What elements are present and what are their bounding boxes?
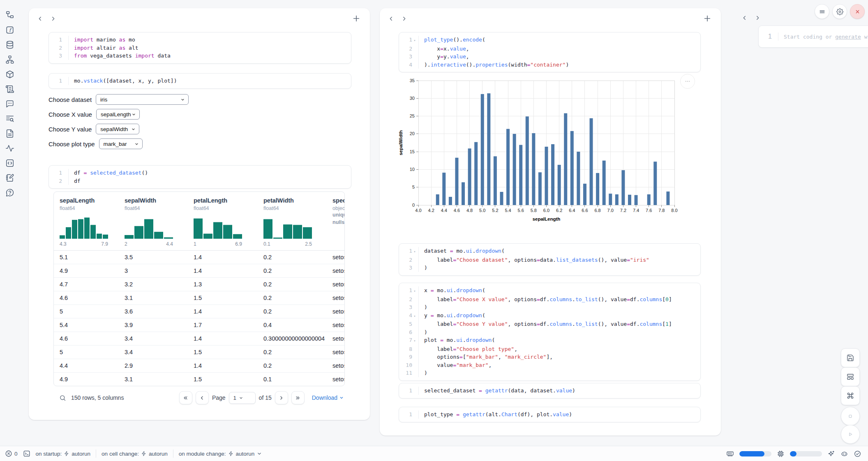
table-row[interactable]: 53.41.50.2setosa xyxy=(54,346,345,359)
code-line: 4▾y = mo.ui.dropdown( xyxy=(399,311,700,320)
table-row[interactable]: 4.93.11.50.1setosa xyxy=(54,373,345,386)
lightning-bolt-icon xyxy=(228,451,234,456)
scratchpad-cell-input[interactable]: 1 Start coding or generate with AI xyxy=(758,25,868,48)
fold-caret-icon[interactable]: ▾ xyxy=(412,336,417,345)
on-cell-change-config[interactable]: on cell change: autorun xyxy=(102,451,168,457)
chevron-left-icon[interactable] xyxy=(35,13,45,24)
table-row[interactable]: 5.13.51.40.2setosa xyxy=(54,251,345,264)
code-cell-plot-encode[interactable]: 1▾plot_type().encode(2 x=x.value,3 y=y.v… xyxy=(399,32,701,72)
table-row[interactable]: 53.61.40.2setosa xyxy=(54,305,345,318)
close-button[interactable] xyxy=(850,4,865,19)
help-icon[interactable] xyxy=(5,188,14,197)
chart-actions-menu-icon[interactable] xyxy=(680,74,695,89)
column-header-sepalWidth[interactable]: sepalWidthfloat6424.4 xyxy=(119,192,188,251)
plot-type-label: Choose plot type xyxy=(48,141,95,148)
code-cell-vstack[interactable]: 1mo.vstack([dataset, x, y, plot]) xyxy=(48,73,351,89)
code-icon[interactable] xyxy=(5,159,14,168)
column-header-species[interactable]: speciesobjectunique:nulls: xyxy=(327,192,345,251)
add-cell-button[interactable] xyxy=(703,14,712,23)
dataset-select[interactable]: iris xyxy=(96,94,189,105)
generate-with-ai-link[interactable]: generate xyxy=(835,34,861,40)
chevron-right-icon[interactable] xyxy=(48,13,58,24)
table-cell: 3.1 xyxy=(119,291,188,305)
tracing-icon[interactable] xyxy=(5,144,14,153)
dependency-graph-icon[interactable] xyxy=(5,55,14,64)
table-row[interactable]: 5.43.91.70.4setosa xyxy=(54,318,345,332)
code-cell-dataframe[interactable]: 1df = selected_dataset()2df xyxy=(48,165,351,189)
table-cell: 0.2 xyxy=(258,251,327,264)
table-of-contents-icon[interactable] xyxy=(5,114,14,123)
chevron-left-icon[interactable] xyxy=(386,13,396,24)
last-page-button[interactable] xyxy=(291,391,305,404)
table-cell: 0.2 xyxy=(258,278,327,291)
settings-gear-button[interactable] xyxy=(832,4,847,19)
fold-caret-icon[interactable]: ▾ xyxy=(412,286,417,295)
download-button[interactable]: Download xyxy=(312,394,344,401)
fold-caret-icon[interactable]: ▾ xyxy=(412,311,417,320)
x-value-label: Choose X value xyxy=(48,111,92,118)
snippets-icon[interactable] xyxy=(5,129,14,138)
error-count-badge[interactable]: 0 xyxy=(5,450,18,457)
layout-button[interactable] xyxy=(841,367,860,386)
code-line: 1▾plot_type().encode( xyxy=(399,36,700,45)
chat-icon[interactable] xyxy=(5,99,14,108)
table-cell: 4.6 xyxy=(54,291,119,305)
svg-text:7.0: 7.0 xyxy=(607,208,614,213)
code-cell-imports[interactable]: 1import marimo as mo2import altair as al… xyxy=(48,32,351,64)
table-cell: 0.1 xyxy=(258,373,327,386)
table-row[interactable]: 4.73.21.30.2setosa xyxy=(54,278,345,291)
connection-status-icon[interactable] xyxy=(854,450,861,458)
table-row[interactable]: 4.63.41.40.30000000000000004setosa xyxy=(54,332,345,346)
keyboard-shortcuts-button[interactable] xyxy=(841,386,860,405)
file-explorer-icon[interactable] xyxy=(5,11,14,20)
table-cell: 4.4 xyxy=(54,359,119,373)
code-cell-selected-dataset[interactable]: 1selected_dataset = getattr(data, datase… xyxy=(399,383,701,399)
ai-sparkles-button[interactable] xyxy=(827,450,835,458)
code-line: 1▾x = mo.ui.dropdown( xyxy=(399,286,700,295)
terminal-button[interactable] xyxy=(23,450,30,457)
x-value-select[interactable]: sepalLength xyxy=(96,109,140,120)
code-line: 1mo.vstack([dataset, x, y, plot]) xyxy=(49,77,351,85)
scratchpad-icon[interactable] xyxy=(5,173,14,182)
stop-button[interactable] xyxy=(841,407,860,426)
code-cell-xy-plot-dropdowns[interactable]: 1▾x = mo.ui.dropdown(2 label="Choose X v… xyxy=(399,283,701,381)
save-button[interactable] xyxy=(841,348,860,367)
column-header-petalLength[interactable]: petalLengthfloat6416.9 xyxy=(188,192,258,251)
on-module-change-config[interactable]: on module change: autorun xyxy=(179,451,263,457)
page-range-label: of 15 xyxy=(259,394,272,401)
fold-caret-icon[interactable]: ▾ xyxy=(412,247,417,256)
svg-text:15: 15 xyxy=(410,149,415,154)
function-icon[interactable]: f xyxy=(5,25,14,35)
chevron-right-icon[interactable] xyxy=(399,13,409,24)
on-startup-config[interactable]: on startup: autorun xyxy=(36,451,91,457)
run-button[interactable] xyxy=(841,425,860,444)
svg-text:5: 5 xyxy=(412,184,415,189)
page-select[interactable]: 1 xyxy=(229,392,256,404)
table-row[interactable]: 4.931.40.2setosa xyxy=(54,264,345,278)
bar-chart[interactable]: 051015202530354.04.24.44.64.85.05.25.45.… xyxy=(398,73,681,228)
svg-text:sepalWidth: sepalWidth xyxy=(398,130,403,155)
y-value-select[interactable]: sepalWidth xyxy=(96,124,139,134)
first-page-button[interactable] xyxy=(179,391,192,404)
logs-icon[interactable] xyxy=(5,85,14,94)
chevron-left-icon[interactable] xyxy=(739,12,750,23)
search-icon[interactable] xyxy=(59,394,66,401)
table-row[interactable]: 4.42.91.40.2setosa xyxy=(54,359,345,373)
menu-button[interactable] xyxy=(815,4,829,19)
column-header-petalWidth[interactable]: petalWidthfloat640.12.5 xyxy=(258,192,327,251)
page-label: Page xyxy=(212,394,226,401)
packages-icon[interactable] xyxy=(5,70,14,79)
add-cell-button[interactable] xyxy=(352,14,361,23)
code-cell-dataset-dropdown[interactable]: 1▾dataset = mo.ui.dropdown(2 label="Choo… xyxy=(399,243,701,276)
next-page-button[interactable] xyxy=(275,391,288,404)
datasources-icon[interactable] xyxy=(5,40,14,49)
table-row[interactable]: 4.63.11.50.2setosa xyxy=(54,291,345,305)
fold-caret-icon[interactable]: ▾ xyxy=(412,36,417,45)
code-cell-plot-type[interactable]: 1plot_type = getattr(alt.Chart(df), plot… xyxy=(399,407,701,422)
copilot-button[interactable] xyxy=(840,450,848,458)
divider xyxy=(96,449,96,458)
plot-type-select[interactable]: mark_bar xyxy=(99,138,143,149)
prev-page-button[interactable] xyxy=(196,391,209,404)
chevron-right-icon[interactable] xyxy=(752,12,763,23)
column-header-sepalLength[interactable]: sepalLengthfloat644.37.9 xyxy=(54,192,119,251)
